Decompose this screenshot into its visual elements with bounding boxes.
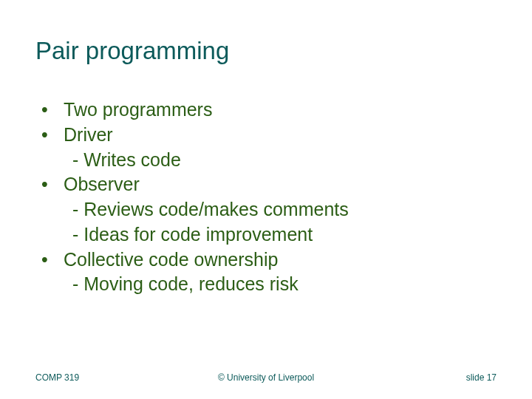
slide-title: Pair programming (35, 37, 229, 65)
bullet-text: Driver (64, 124, 113, 145)
footer-copyright: © University of Liverpool (35, 372, 497, 383)
slide-body: Two programmers Driver - Writes code Obs… (37, 98, 495, 297)
bullet-text: Collective code ownership (64, 249, 278, 270)
slide: Pair programming Two programmers Driver … (0, 0, 532, 399)
bullet-item: Driver (37, 123, 495, 148)
bullet-text: Observer (64, 174, 140, 194)
footer-course: COMP 319 (35, 372, 79, 383)
bullet-item: Two programmers (37, 98, 495, 123)
footer-page: slide 17 (466, 372, 497, 383)
sub-item: - Moving code, reduces risk (37, 272, 495, 297)
bullet-item: Observer (37, 172, 495, 197)
sub-item: - Reviews code/makes comments (37, 197, 495, 222)
slide-footer: COMP 319 © University of Liverpool slide… (35, 372, 497, 383)
bullet-text: Two programmers (64, 99, 212, 120)
sub-item: - Writes code (37, 148, 495, 173)
bullet-item: Collective code ownership (37, 248, 495, 273)
sub-item: - Ideas for code improvement (37, 222, 495, 248)
